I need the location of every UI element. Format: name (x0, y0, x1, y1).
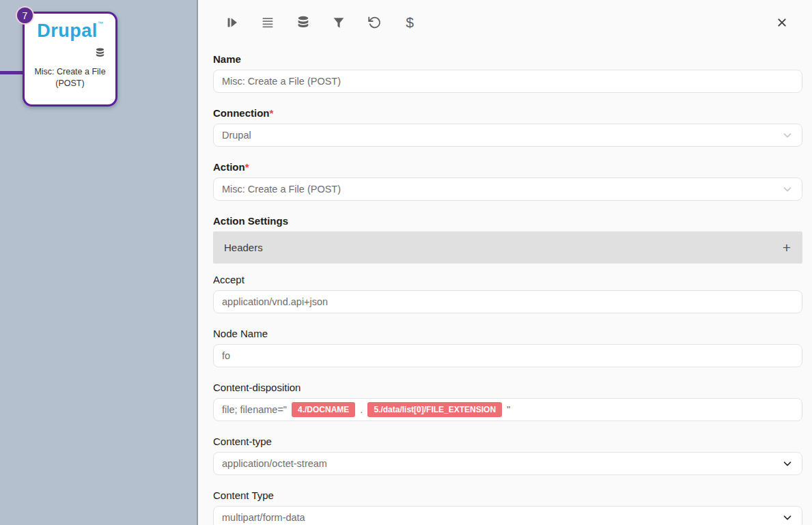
field-connection: Connection* Drupal (213, 107, 802, 147)
node-name-label: Node Name (213, 328, 802, 339)
panel-toolbar: $ (213, 0, 802, 45)
step-icon (225, 15, 240, 30)
undo-icon (367, 15, 382, 30)
headers-section: Headers + (213, 231, 802, 264)
dollar-icon: $ (406, 14, 414, 31)
node-step-badge: 7 (16, 6, 34, 25)
drupal-logo-text: Drupal (37, 20, 98, 41)
data-button[interactable] (295, 14, 311, 31)
content-disposition-input[interactable]: file; filename=" 4./DOCNAME . 5./data/li… (213, 398, 802, 421)
content-disposition-separator: . (360, 404, 363, 415)
workflow-node-drupal[interactable]: 7 Drupal™ Misc: Create a File (POST) (23, 12, 117, 107)
field-node-name: Node Name (213, 328, 802, 367)
step-settings-panel: $ Name Connection* Drupal Action* Mi (198, 0, 812, 525)
content-type-header-select[interactable]: application/octet-stream (213, 452, 802, 475)
content-type-header-value: application/octet-stream (222, 458, 781, 469)
field-content-disposition: Content-disposition file; filename=" 4./… (213, 382, 802, 421)
content-type-body-select[interactable]: multipart/form-data (213, 506, 802, 525)
content-type-body-label: Content Type (213, 489, 802, 501)
name-input[interactable] (213, 70, 802, 93)
value-button[interactable]: $ (402, 14, 418, 31)
connection-label: Connection* (213, 107, 802, 119)
merge-field-pill[interactable]: 4./DOCNAME (292, 402, 355, 417)
step-settings-form: Name Connection* Drupal Action* Misc: Cr… (213, 53, 802, 525)
list-icon (260, 15, 275, 30)
field-content-type-header: Content-type application/octet-stream (213, 436, 802, 475)
filter-icon (331, 15, 346, 30)
content-type-body-value: multipart/form-data (222, 512, 781, 523)
section-action-settings: Action Settings (213, 215, 802, 227)
node-title-line1: Misc: Create a File (25, 66, 115, 78)
close-panel-button[interactable] (774, 14, 790, 31)
node-title-line2: (POST) (25, 78, 115, 89)
close-icon (776, 17, 787, 28)
accept-label: Accept (213, 274, 802, 285)
drupal-trademark: ™ (98, 20, 103, 27)
required-asterisk: * (270, 107, 274, 119)
node-name-input[interactable] (213, 344, 802, 367)
workflow-connector-line (0, 71, 25, 74)
merge-field-pill[interactable]: 5./data/list[0]/FILE_EXTENSION (367, 402, 502, 417)
chevron-down-icon (781, 511, 794, 524)
node-step-number: 7 (23, 10, 28, 21)
step-run-button[interactable] (224, 14, 240, 31)
chevron-down-icon (781, 457, 794, 470)
field-name: Name (213, 53, 802, 93)
connection-value: Drupal (222, 130, 781, 141)
action-select[interactable]: Misc: Create a File (POST) (213, 178, 802, 201)
content-type-header-label: Content-type (213, 436, 802, 447)
action-value: Misc: Create a File (POST) (222, 184, 781, 195)
name-label: Name (213, 53, 802, 65)
database-icon (94, 47, 106, 59)
content-disposition-suffix: " (507, 404, 510, 415)
database-icon (296, 15, 311, 30)
required-asterisk: * (245, 161, 249, 173)
fields-list-button[interactable] (260, 14, 276, 31)
filter-button[interactable] (331, 14, 347, 31)
accept-input[interactable] (213, 290, 802, 313)
workflow-canvas: 7 Drupal™ Misc: Create a File (POST) (0, 0, 198, 525)
node-title: Misc: Create a File (POST) (25, 66, 115, 89)
chevron-down-icon (781, 183, 794, 195)
plus-icon[interactable]: + (783, 240, 791, 255)
chevron-down-icon (781, 129, 794, 141)
content-disposition-label: Content-disposition (213, 382, 802, 393)
headers-expander[interactable]: Headers + (213, 231, 802, 264)
field-action: Action* Misc: Create a File (POST) (213, 161, 802, 201)
retry-button[interactable] (366, 14, 382, 31)
content-disposition-prefix: file; filename=" (222, 404, 287, 415)
headers-label: Headers (224, 242, 783, 253)
action-label: Action* (213, 161, 802, 173)
action-settings-label: Action Settings (213, 215, 802, 227)
field-content-type-body: Content Type multipart/form-data (213, 489, 802, 525)
drupal-logo: Drupal™ (28, 17, 112, 43)
connection-select[interactable]: Drupal (213, 124, 802, 147)
field-accept: Accept (213, 274, 802, 313)
